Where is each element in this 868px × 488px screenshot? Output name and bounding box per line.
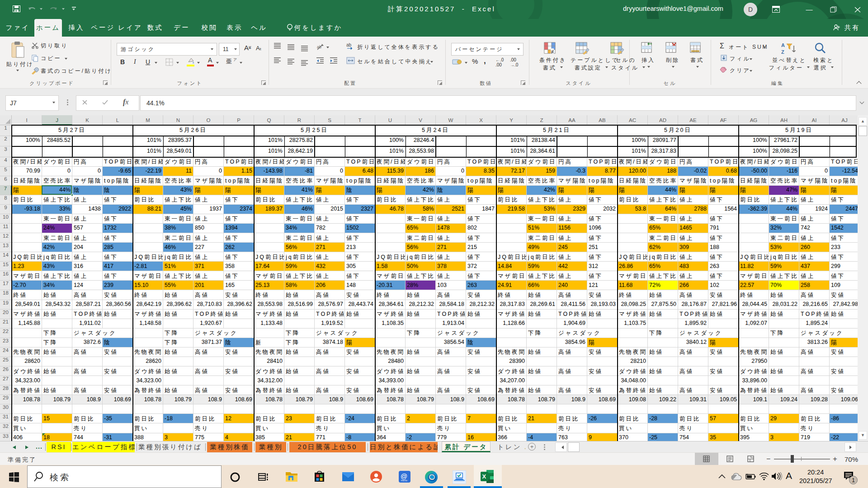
svg-text:X: X: [482, 473, 486, 480]
svg-text:ab: ab: [317, 45, 321, 49]
svg-text:ab: ab: [346, 42, 352, 47]
svg-text:A: A: [781, 42, 785, 48]
svg-text:menu: menu: [401, 479, 407, 482]
svg-text:Z: Z: [781, 49, 784, 55]
